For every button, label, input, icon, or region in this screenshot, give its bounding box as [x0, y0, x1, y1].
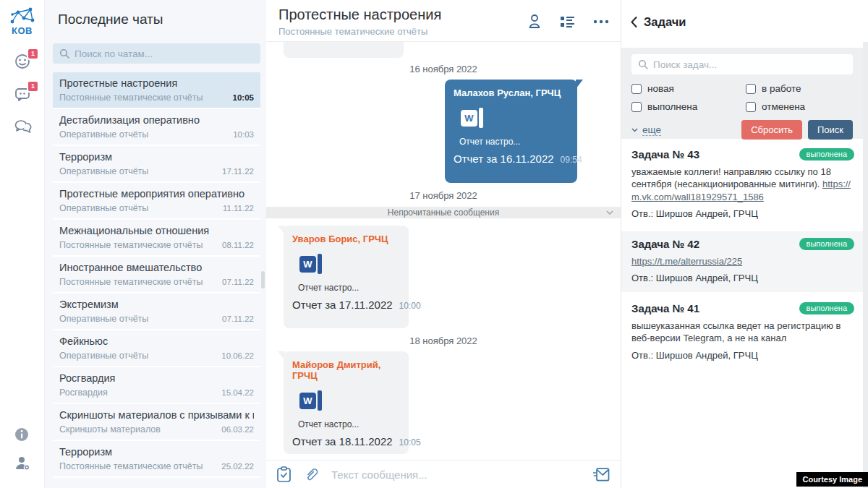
- filter-label: отменена: [762, 101, 805, 112]
- message-time: 10:05: [399, 437, 421, 448]
- paperclip-icon: [303, 466, 319, 482]
- chat-search-input[interactable]: [75, 48, 254, 59]
- chat-list-item[interactable]: Дестабилизация оперативно Оперативные от…: [53, 109, 260, 146]
- user-icon: [527, 14, 542, 29]
- attached-document[interactable]: W: [299, 254, 400, 274]
- search-button[interactable]: Поиск: [808, 120, 853, 140]
- incoming-message[interactable]: Уваров Борис, ГРЧЦ W Отчет настро... Отч…: [284, 226, 409, 328]
- send-icon: [593, 468, 610, 481]
- attached-document[interactable]: W: [461, 108, 569, 128]
- chat-tasks-button[interactable]: [560, 15, 575, 28]
- checkbox[interactable]: [631, 102, 642, 112]
- partial-message-bubble: [284, 42, 404, 58]
- checkbox[interactable]: [631, 84, 642, 94]
- chat-item-title: Дестабилизация оперативно: [59, 114, 254, 126]
- status-badge: выполнена: [799, 148, 854, 160]
- chat-search[interactable]: [53, 43, 260, 64]
- info-button[interactable]: [14, 427, 33, 444]
- user-gear-icon: [14, 455, 31, 472]
- chat-item-time: 15.04.22: [221, 388, 254, 397]
- message-input[interactable]: [331, 468, 581, 481]
- chat-list-item[interactable]: Иностранное вмешательство Постоянные тем…: [53, 257, 260, 294]
- outgoing-message[interactable]: Малахов Руслан, ГРЧЦ W Отчет настро... О…: [445, 80, 577, 183]
- chat-list-item[interactable]: Терроризм Постоянные тематические отчёты…: [53, 441, 260, 478]
- group-chats-button[interactable]: [14, 118, 33, 135]
- task-assignee: Отв.: Ширшов Андрей, ГРЧЦ: [631, 208, 854, 219]
- date-divider: 18 ноября 2022: [266, 334, 621, 348]
- file-name: Отчет настро...: [298, 419, 400, 429]
- task-body: уважаемые коллеги! направляю ссылку по 1…: [631, 166, 854, 203]
- filter-cancelled[interactable]: отменена: [746, 101, 853, 112]
- filter-label: новая: [647, 83, 674, 94]
- chat-list-items: Протестные настроения Постоянные тематич…: [53, 72, 260, 478]
- chat-list-item[interactable]: Терроризм Оперативные отчёты17.11.22: [53, 146, 260, 183]
- reset-button[interactable]: Сбросить: [741, 120, 802, 140]
- chat-members-button[interactable]: [527, 14, 542, 29]
- tasks-back-button[interactable]: [631, 17, 637, 27]
- chat-item-time: 11.11.22: [223, 204, 254, 213]
- templates-button[interactable]: [277, 466, 291, 482]
- citizen-reports-button[interactable]: 1: [14, 53, 33, 70]
- filter-in-progress[interactable]: в работе: [746, 83, 853, 94]
- chat-item-time: 10.06.22: [221, 351, 254, 360]
- task-body: https://t.me/alterrussia/225: [631, 255, 854, 267]
- word-doc-icon: W: [461, 110, 477, 127]
- task-card[interactable]: Задача № 41 выполнена вышеуказанная ссыл…: [621, 296, 863, 369]
- app-logo[interactable]: КОВ: [0, 6, 44, 36]
- chat-item-subtitle: Постоянные тематические отчёты: [59, 277, 203, 287]
- chat-item-time: 08.11.22: [222, 241, 254, 249]
- chat-item-title: Терроризм: [59, 446, 254, 458]
- incoming-message[interactable]: Майоров Дмитрий, ГРЧЦ W Отчет настро... …: [284, 351, 409, 454]
- checkbox[interactable]: [746, 102, 756, 112]
- tasks-search[interactable]: [631, 54, 853, 74]
- search-icon: [638, 59, 648, 69]
- search-icon: [59, 48, 69, 59]
- chat-list-item[interactable]: Межнациональные отношения Постоянные тем…: [53, 220, 260, 257]
- attached-document[interactable]: W: [299, 390, 400, 411]
- task-card[interactable]: Задача № 42 выполнена https://t.me/alter…: [621, 231, 863, 292]
- task-text: уважаемые коллеги! направляю ссылку по 1…: [631, 166, 831, 189]
- checkbox[interactable]: [746, 84, 756, 94]
- messages-button[interactable]: 1: [14, 85, 33, 103]
- sent-check-icon: ✓: [589, 154, 597, 165]
- chat-item-time: 10:05: [233, 93, 254, 102]
- word-doc-icon-bar: [479, 108, 483, 128]
- tasks-search-input[interactable]: [653, 59, 846, 70]
- chevron-down-icon: [631, 128, 638, 132]
- chat-list-item[interactable]: Фейкньюс Оперативные отчёты10.06.22: [53, 330, 260, 367]
- send-message-button[interactable]: [593, 468, 610, 481]
- filter-new[interactable]: новая: [631, 83, 746, 94]
- chat-menu-button[interactable]: [593, 20, 609, 24]
- filter-done[interactable]: выполнена: [631, 101, 746, 112]
- chat-list-item[interactable]: Протестные мероприятия оперативно Операт…: [53, 183, 260, 220]
- collapse-banner-button[interactable]: [606, 210, 613, 215]
- file-name: Отчет настро...: [298, 283, 400, 293]
- chat-item-title: Иностранное вмешательство: [59, 262, 254, 273]
- chat-list-scrollbar[interactable]: [261, 271, 265, 288]
- chat-item-subtitle: Постоянные тематические отчёты: [59, 93, 203, 103]
- chat-list-item[interactable]: Росгвардия Росгвардия15.04.22: [53, 367, 260, 404]
- chat-item-time: 25.02.22: [221, 462, 254, 471]
- task-list-icon: [560, 15, 575, 28]
- tasks-title: Задачи: [644, 15, 686, 29]
- task-title: Задача № 41: [631, 302, 699, 314]
- attach-file-button[interactable]: [303, 466, 319, 482]
- chat-list-item[interactable]: Экстремизм Оперативные отчёты07.11.22: [53, 294, 260, 330]
- profile-settings-button[interactable]: [14, 455, 33, 472]
- chat-panel: Протестные настроения Постоянные тематич…: [266, 0, 621, 488]
- more-filters-link[interactable]: еще: [642, 124, 661, 136]
- task-card[interactable]: Задача № 43 выполнена уважаемые коллеги!…: [621, 142, 863, 228]
- tasks-scrollbar[interactable]: [863, 42, 868, 488]
- chat-list-item[interactable]: Протестные настроения Постоянные тематич…: [53, 72, 260, 109]
- task-link[interactable]: https://t.me/alterrussia/225: [631, 256, 742, 267]
- chat-item-subtitle: Оперативные отчёты: [59, 129, 148, 140]
- message-sender: Малахов Руслан, ГРЧЦ: [454, 87, 569, 98]
- chat-item-title: Скриншоты материалов с призывами к про..…: [59, 409, 254, 421]
- task-assignee: Отв.: Ширшов Андрей, ГРЧЦ: [631, 273, 854, 283]
- ellipsis-icon: [593, 20, 609, 24]
- date-divider: 17 ноября 2022: [266, 189, 621, 203]
- message-sender: Майоров Дмитрий, ГРЧЦ: [292, 359, 400, 381]
- chat-item-time: 17.11.22: [222, 167, 254, 176]
- filter-label: выполнена: [647, 101, 697, 112]
- chat-list-item[interactable]: Скриншоты материалов с призывами к про..…: [53, 404, 260, 441]
